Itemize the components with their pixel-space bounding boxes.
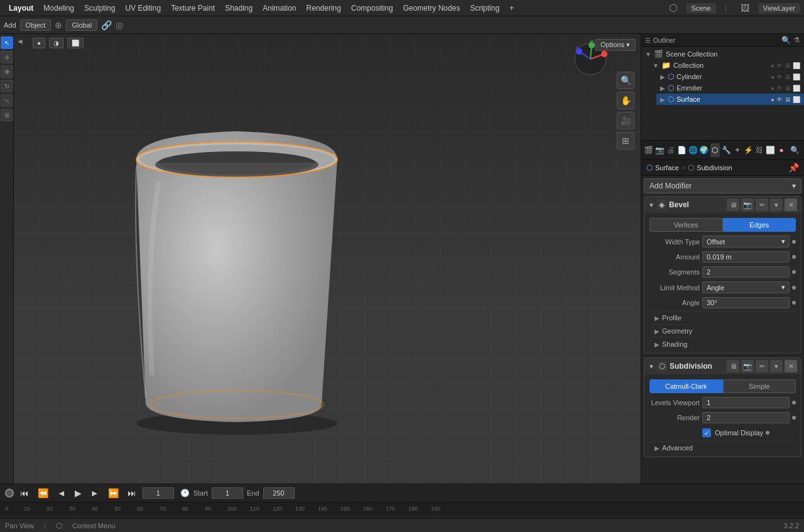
bevel-angle-field[interactable]: 30° <box>702 297 790 308</box>
prop-object-icon[interactable]: ⬡ <box>710 143 720 157</box>
col-lock-icon[interactable]: ⬜ <box>793 62 800 69</box>
sur-r[interactable]: ● <box>771 96 774 103</box>
menu-item-layout[interactable]: Layout <box>4 3 38 14</box>
outliner-cylinder[interactable]: ▶ ⬡ Cylinder ● 👁 🖥 ⬜ <box>656 71 804 82</box>
object-mode-btn[interactable]: Object <box>20 19 52 31</box>
outliner-filter-icon[interactable]: ⚗ <box>793 36 800 45</box>
col-viewport-icon[interactable]: 🖥 <box>785 62 791 69</box>
menu-item-uv-editing[interactable]: UV Editing <box>120 3 166 14</box>
prev-keyframe-btn[interactable]: ◄ <box>55 487 68 499</box>
sur-v[interactable]: 👁 <box>776 96 783 103</box>
prop-physics-icon[interactable]: ⚡ <box>743 143 753 157</box>
scale-tool[interactable]: ⤡ <box>1 94 13 107</box>
select-tool[interactable]: ↖ <box>1 36 13 49</box>
rotate-tool[interactable]: ↻ <box>1 80 13 92</box>
sur-l[interactable]: ⬜ <box>793 96 800 103</box>
subdiv-levels-field[interactable]: 1 <box>702 397 790 408</box>
camera-tool[interactable]: ⊞ <box>617 132 634 149</box>
prop-scene2-icon[interactable]: 🌐 <box>688 143 698 157</box>
breadcrumb-subdivision[interactable]: Subdivision <box>697 164 732 171</box>
subdiv-optimal-check[interactable]: ✓ <box>702 428 711 437</box>
menu-item-modeling[interactable]: Modeling <box>38 3 79 14</box>
bevel-limit-dropdown[interactable]: Angle ▾ <box>702 281 790 293</box>
prop-search-icon[interactable]: 🔍 <box>788 143 801 157</box>
menu-item-animation[interactable]: Animation <box>258 3 301 14</box>
bevel-expand-icon[interactable]: ▾ <box>770 198 783 211</box>
prop-scene-icon[interactable]: 🎬 <box>644 143 654 157</box>
prop-constraint-icon[interactable]: ⛓ <box>754 143 764 157</box>
bevel-vertices-btn[interactable]: Vertices <box>649 218 723 232</box>
viewport-xray[interactable]: ⬜ <box>67 38 84 48</box>
jump-end-btn[interactable]: ⏭ <box>125 487 139 499</box>
prop-material-icon[interactable]: ● <box>776 143 786 157</box>
breadcrumb-surface[interactable]: Surface <box>655 164 679 171</box>
jump-start-btn[interactable]: ⏮ <box>18 487 31 499</box>
prop-view-layer-icon[interactable]: 📄 <box>677 143 687 157</box>
cursor-tool[interactable]: ✛ <box>1 51 13 63</box>
menu-item-plus[interactable]: + <box>504 3 519 14</box>
subdiv-render-icon[interactable]: 📷 <box>741 360 754 372</box>
move-tool[interactable]: ✥ <box>1 65 13 78</box>
prop-world-icon[interactable]: 🌍 <box>699 143 709 157</box>
menu-item-geometry-nodes[interactable]: Geometry Nodes <box>398 3 465 14</box>
cyl-vp[interactable]: 🖥 <box>785 73 791 80</box>
prop-render-icon[interactable]: 📷 <box>655 143 665 157</box>
current-frame-field[interactable] <box>143 487 174 499</box>
viewport-overlay[interactable]: ◑ <box>49 38 63 48</box>
subdiv-render-field[interactable]: 2 <box>702 412 790 423</box>
sur-vp[interactable]: 🖥 <box>785 96 791 103</box>
step-fwd-btn[interactable]: ⏩ <box>106 487 121 499</box>
subdiv-advanced-header[interactable]: ▶ Advanced <box>649 442 796 454</box>
global-btn[interactable]: Global <box>66 19 97 31</box>
subdiv-simple-btn[interactable]: Simple <box>723 379 796 393</box>
end-frame-field[interactable] <box>263 487 295 499</box>
menu-item-rendering[interactable]: Rendering <box>302 3 346 14</box>
pan-tool[interactable]: ✋ <box>617 92 634 109</box>
play-btn[interactable]: ▶ <box>72 487 84 499</box>
orbit-tool[interactable]: 🎥 <box>617 112 634 129</box>
menu-item-sculpting[interactable]: Sculpting <box>79 3 120 14</box>
cyl-l[interactable]: ⬜ <box>793 73 800 80</box>
snap-icon[interactable]: 🔗 <box>101 20 112 30</box>
proportional-icon[interactable]: ◎ <box>116 20 123 30</box>
add-btn[interactable]: Add <box>4 21 16 29</box>
viewport-collapse[interactable]: ◀ <box>18 38 23 45</box>
prop-particle-icon[interactable]: ✦ <box>732 143 742 157</box>
prop-modifier-icon[interactable]: 🔧 <box>721 143 731 157</box>
viewport-shading-mode[interactable]: ● <box>33 38 45 48</box>
em-vp[interactable]: 🖥 <box>785 85 791 92</box>
bevel-close-btn[interactable]: ✕ <box>785 198 797 211</box>
subdiv-expand-icon[interactable]: ▾ <box>770 360 783 372</box>
step-back-btn[interactable]: ⏪ <box>35 487 51 499</box>
prop-data-icon[interactable]: ⬜ <box>766 143 776 157</box>
subdiv-catmull-btn[interactable]: Catmull-Clark <box>649 379 723 393</box>
view-layer-name[interactable]: ViewLayer <box>758 3 800 13</box>
add-modifier-button[interactable]: Add Modifier ▾ <box>644 178 801 193</box>
col-eye-icon[interactable]: 👁 <box>776 62 783 69</box>
outliner-search-icon[interactable]: 🔍 <box>781 36 791 45</box>
bevel-segments-field[interactable]: 2 <box>702 266 790 278</box>
bevel-collapse-arrow[interactable]: ▼ <box>648 202 655 209</box>
bevel-render-icon[interactable]: 📷 <box>741 198 754 211</box>
bevel-profile-header[interactable]: ▶ Profile <box>649 312 796 324</box>
bevel-edit-icon[interactable]: ✏ <box>756 198 768 211</box>
em-l[interactable]: ⬜ <box>793 85 800 92</box>
outliner-emmiter[interactable]: ▶ ⬡ Emmiter ● 👁 🖥 ⬜ <box>656 82 804 94</box>
transform-tool[interactable]: ⊞ <box>1 109 13 121</box>
menu-item-texture-paint[interactable]: Texture Paint <box>166 3 220 14</box>
subdiv-collapse-arrow[interactable]: ▼ <box>648 363 655 370</box>
subdiv-realtime-icon[interactable]: 🖥 <box>727 360 739 372</box>
prop-output-icon[interactable]: 🖨 <box>666 143 676 157</box>
outliner-scene-collection[interactable]: ▼ 🎬 Scene Collection <box>641 48 804 60</box>
scene-name[interactable]: Scene <box>687 3 716 13</box>
next-keyframe-btn[interactable]: ► <box>88 487 102 499</box>
subdiv-edit-icon[interactable]: ✏ <box>756 360 768 372</box>
keyframe-dot[interactable] <box>5 489 14 497</box>
em-v[interactable]: 👁 <box>776 85 783 92</box>
col-render-icon[interactable]: ● <box>771 62 774 69</box>
outliner-surface[interactable]: ▶ ⬡ Surface ● 👁 🖥 ⬜ <box>656 94 804 105</box>
bevel-edges-btn[interactable]: Edges <box>723 218 796 232</box>
outliner-collection[interactable]: ▼ 📁 Collection ● 👁 🖥 ⬜ <box>649 60 804 71</box>
breadcrumb-pin-icon[interactable]: 📌 <box>788 163 799 173</box>
cyl-r[interactable]: ● <box>771 73 774 80</box>
